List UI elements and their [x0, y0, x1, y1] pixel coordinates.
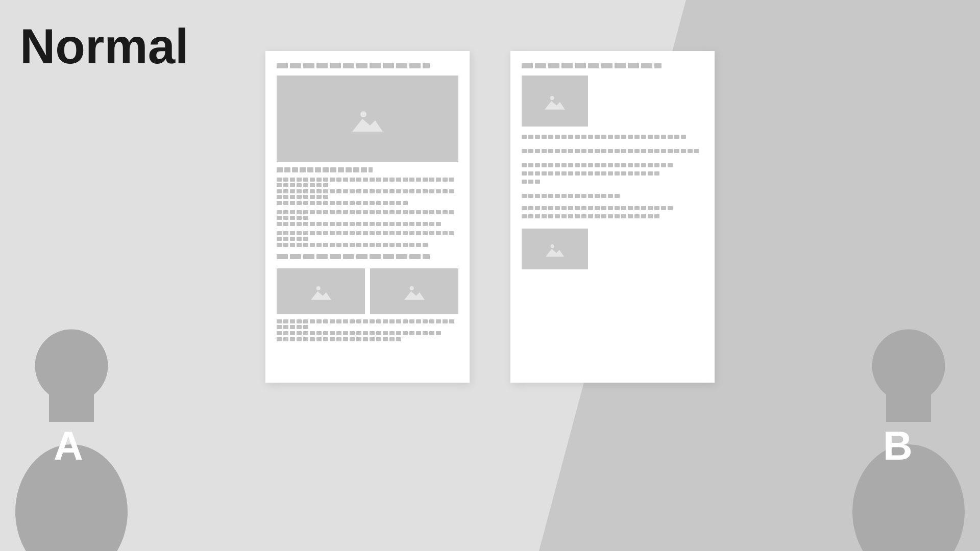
header-sq: [409, 63, 421, 68]
person-b: B: [852, 337, 965, 551]
card-a-title: [277, 167, 458, 172]
svg-point-15: [551, 244, 554, 248]
card-a-header: [277, 63, 458, 68]
card-a-image-left: [277, 268, 365, 314]
svg-point-9: [316, 286, 320, 290]
svg-point-13: [550, 96, 554, 100]
person-a: A: [15, 337, 128, 551]
card-left: [265, 51, 470, 383]
card-b-side-layout: [522, 76, 703, 127]
header-sq: [396, 63, 407, 68]
card-right: [510, 51, 715, 383]
svg-point-7: [360, 111, 366, 117]
card-a-image-right: [370, 268, 458, 314]
card-a-body3: [277, 231, 458, 247]
card-b-header: [522, 63, 703, 68]
card-b-line2: [522, 149, 703, 153]
svg-rect-2: [49, 394, 94, 422]
cards-container: [138, 51, 842, 531]
card-a-subheader: [277, 254, 458, 259]
person-a-label: A: [54, 422, 83, 469]
svg-marker-8: [352, 119, 383, 132]
svg-marker-14: [545, 101, 565, 110]
header-sq: [370, 63, 381, 68]
svg-rect-5: [886, 394, 931, 422]
card-b-bottom-image: [522, 229, 588, 269]
card-b-side-image: [522, 76, 588, 127]
header-sq: [423, 63, 430, 68]
header-sq: [356, 63, 368, 68]
card-b-side-text: [595, 76, 703, 87]
header-sq: [316, 63, 328, 68]
header-sq: [330, 63, 341, 68]
card-a-dual-images: [277, 268, 458, 314]
header-sq: [290, 63, 301, 68]
header-sq: [277, 63, 288, 68]
card-b-line1: [522, 135, 703, 139]
card-b-line3: [522, 163, 703, 184]
card-a-body1: [277, 178, 458, 205]
card-a-body4: [277, 319, 458, 341]
svg-point-0: [35, 330, 108, 403]
svg-point-11: [409, 286, 413, 290]
card-b-line5: [522, 206, 703, 218]
person-b-label: B: [883, 422, 913, 469]
svg-marker-16: [546, 249, 564, 257]
svg-marker-10: [311, 291, 331, 300]
header-sq: [383, 63, 394, 68]
svg-point-3: [872, 330, 945, 403]
card-a-main-image: [277, 76, 458, 162]
header-sq: [303, 63, 314, 68]
card-a-body2: [277, 210, 458, 226]
header-sq: [343, 63, 354, 68]
card-b-line4: [522, 194, 703, 198]
svg-marker-12: [404, 291, 425, 300]
